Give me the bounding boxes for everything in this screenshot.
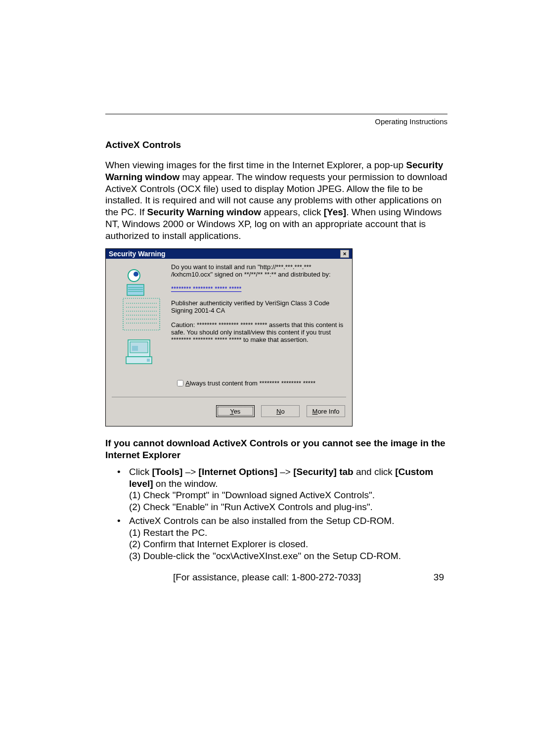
- intro-paragraph: When viewing images for the first time i…: [105, 159, 447, 241]
- intro-text-a: When viewing images for the first time i…: [105, 160, 406, 170]
- dialog-line2: Publisher authenticity verified by VeriS…: [171, 300, 346, 315]
- instruction-list: Click [Tools] –> [Internet Options] –> […: [117, 466, 447, 562]
- install-artwork-icon: [119, 267, 164, 371]
- svg-point-1: [134, 272, 138, 277]
- dialog-text-area: Do you want to install and run "http://*…: [171, 264, 346, 375]
- intro-bold-3: [Yes]: [324, 207, 346, 217]
- b1-pre: Click: [129, 467, 152, 477]
- dialog-icon-area: [112, 264, 171, 375]
- dialog-button-row: Yes No More Info: [106, 397, 352, 426]
- page-number: 39: [434, 572, 444, 583]
- always-trust-text: lways trust content from ******** ******…: [190, 379, 315, 387]
- b2-sub1: (1) Restart the PC.: [129, 527, 447, 539]
- dialog-line1: Do you want to install and run "http://*…: [171, 264, 346, 279]
- b1-end: on the window.: [153, 478, 218, 489]
- security-warning-dialog: Security Warning ×: [105, 248, 353, 426]
- intro-text-e: appears, click: [261, 207, 324, 217]
- b1-arrow1: –>: [182, 467, 198, 477]
- always-trust-row: Always trust content from ******** *****…: [106, 375, 352, 397]
- close-icon[interactable]: ×: [340, 250, 349, 258]
- footer-assist: [For assistance, please call: 1-800-272-…: [0, 572, 534, 583]
- intro-bold-2: Security Warning window: [147, 207, 261, 217]
- b1-io: [Internet Options]: [199, 467, 277, 477]
- b1-and: and click: [354, 467, 395, 477]
- b1-sub1: (1) Check "Prompt" in "Download signed A…: [129, 489, 447, 501]
- section-title: ActiveX Controls: [105, 140, 447, 150]
- list-item: ActiveX Controls can be also installed f…: [117, 515, 447, 562]
- svg-rect-17: [147, 359, 150, 362]
- cannot-heading: If you cannot download ActiveX Controls …: [105, 437, 447, 461]
- more-info-button[interactable]: More Info: [307, 405, 345, 417]
- dialog-link[interactable]: ******** ******** ***** *****: [171, 285, 346, 293]
- b1-tools: [Tools]: [152, 467, 182, 477]
- yes-button[interactable]: Yes: [216, 405, 255, 417]
- b1-arrow2: –>: [277, 467, 293, 477]
- svg-rect-15: [132, 346, 138, 351]
- no-button[interactable]: No: [261, 405, 300, 417]
- b1-sec: [Security] tab: [293, 467, 353, 477]
- dialog-titlebar: Security Warning ×: [106, 249, 352, 259]
- b2-main: ActiveX Controls can be also installed f…: [129, 516, 394, 526]
- header-rule: [105, 114, 447, 114]
- always-trust-label: Always trust content from ******** *****…: [185, 379, 315, 387]
- b2-sub2: (2) Confirm that Internet Explorer is cl…: [129, 538, 447, 550]
- b1-sub2: (2) Check "Enable" in "Run ActiveX Contr…: [129, 501, 447, 513]
- dialog-title-text: Security Warning: [109, 250, 166, 258]
- header-right: Operating Instructions: [105, 117, 447, 126]
- dialog-caution: Caution: ******** ******** ***** ***** a…: [171, 322, 346, 344]
- list-item: Click [Tools] –> [Internet Options] –> […: [117, 466, 447, 513]
- always-trust-checkbox[interactable]: [177, 380, 183, 386]
- b2-sub3: (3) Double-click the "ocx\ActiveXInst.ex…: [129, 550, 447, 562]
- svg-rect-2: [127, 284, 144, 295]
